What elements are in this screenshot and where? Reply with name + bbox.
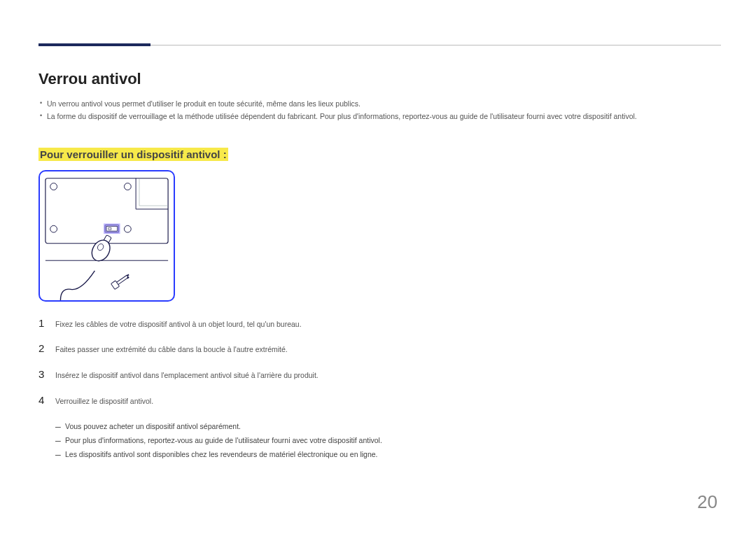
step-item: 2 Faites passer une extrémité du câble d… xyxy=(38,342,721,356)
lock-diagram xyxy=(38,170,175,302)
step-number: 2 xyxy=(38,342,55,354)
page-title: Verrou antivol xyxy=(38,70,721,88)
highlighted-text: Pour verrouiller un dispositif antivol : xyxy=(38,148,228,161)
lock-diagram-svg xyxy=(40,171,174,300)
step-number: 1 xyxy=(38,317,55,329)
step-item: 1 Fixez les câbles de votre dispositif a… xyxy=(38,317,721,330)
svg-point-8 xyxy=(124,225,131,232)
section-subheading: Pour verrouiller un dispositif antivol : xyxy=(38,148,228,160)
step-number: 4 xyxy=(38,394,55,406)
note-item: Les dispositifs antivol sont disponibles… xyxy=(55,448,721,462)
step-text: Verrouillez le dispositif antivol. xyxy=(55,396,153,407)
page-number: 20 xyxy=(697,491,718,513)
svg-point-6 xyxy=(124,183,131,190)
header-accent-bar xyxy=(38,43,150,46)
intro-bullet: Un verrou antivol vous permet d'utiliser… xyxy=(38,98,721,111)
page-content: Verrou antivol Un verrou antivol vous pe… xyxy=(38,70,721,462)
step-text: Faites passer une extrémité du câble dan… xyxy=(55,344,288,356)
step-item: 4 Verrouillez le dispositif antivol. xyxy=(38,394,721,407)
note-item: Vous pouvez acheter un dispositif antivo… xyxy=(55,420,721,434)
step-number: 3 xyxy=(38,368,55,380)
svg-point-5 xyxy=(50,183,57,190)
notes-list: Vous pouvez acheter un dispositif antivo… xyxy=(55,420,721,462)
step-text: Insérez le dispositif antivol dans l'emp… xyxy=(55,370,318,381)
note-item: Pour plus d'informations, reportez-vous … xyxy=(55,434,721,448)
document-page: Verrou antivol Un verrou antivol vous pe… xyxy=(0,0,756,534)
svg-point-7 xyxy=(50,225,57,232)
step-text: Fixez les câbles de votre dispositif ant… xyxy=(55,319,302,330)
svg-rect-11 xyxy=(106,226,118,231)
intro-bullet: La forme du dispositif de verrouillage e… xyxy=(38,111,721,123)
steps-list: 1 Fixez les câbles de votre dispositif a… xyxy=(38,317,721,407)
step-item: 3 Insérez le dispositif antivol dans l'e… xyxy=(38,368,721,381)
intro-bullet-list: Un verrou antivol vous permet d'utiliser… xyxy=(38,98,721,123)
